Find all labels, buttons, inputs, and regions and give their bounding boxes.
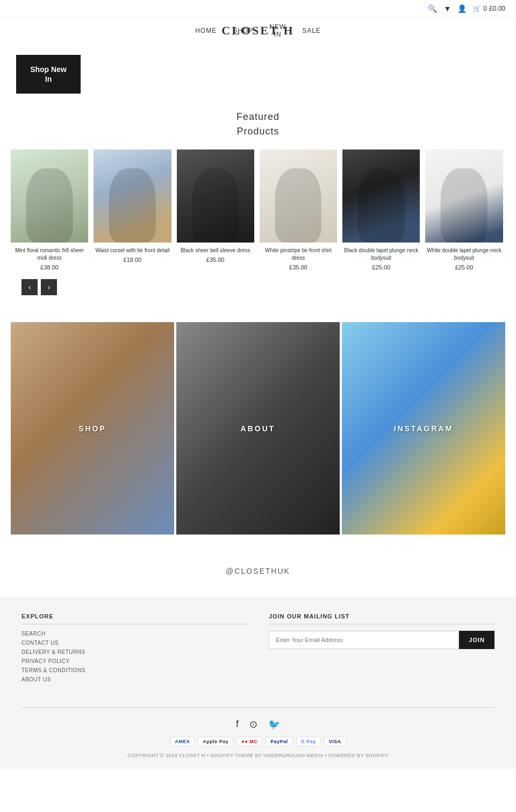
- footer-explore-link[interactable]: TERMS & CONDITIONS: [22, 667, 247, 673]
- panel-about[interactable]: ABOUT: [176, 322, 340, 535]
- product-card[interactable]: White double lapel plunge neck bodysuit£…: [425, 149, 503, 270]
- footer-bottom: f⊙🐦 AMEX Apple Pay ●● MC PayPal G Pay VI…: [22, 718, 494, 758]
- nav-home[interactable]: HOME: [195, 27, 217, 34]
- product-price: £38.00: [11, 264, 88, 270]
- cart-area[interactable]: 🛒 0 £0.00: [473, 5, 505, 12]
- carousel-next-button[interactable]: ›: [41, 279, 57, 295]
- dropdown-icon[interactable]: ▼: [443, 4, 451, 13]
- mailing-join-button[interactable]: JOIN: [459, 631, 494, 649]
- carousel-controls: ‹ ›: [11, 279, 505, 295]
- payment-icons: AMEX Apple Pay ●● MC PayPal G Pay VISA: [22, 737, 494, 746]
- footer-explore-link[interactable]: ABOUT US: [22, 676, 247, 682]
- footer-divider: [22, 707, 494, 708]
- product-price: £35.00: [260, 264, 337, 270]
- instagram-handle[interactable]: @CLOSETHUK: [226, 567, 290, 575]
- top-bar: 🔍 ▼ 👤 🛒 0 £0.00: [0, 0, 516, 18]
- footer-explore-link[interactable]: DELIVERY & RETURNS: [22, 649, 247, 655]
- cart-total: £0.00: [489, 5, 505, 12]
- mailing-title: JOIN OUR MAILING LIST: [269, 613, 494, 624]
- social-icons: f⊙🐦: [22, 718, 494, 730]
- shop-new-button[interactable]: Shop New In: [16, 55, 81, 94]
- twitter-icon[interactable]: 🐦: [268, 718, 280, 730]
- product-card[interactable]: White pinstripe tie front shirt dress£35…: [260, 149, 337, 270]
- featured-section: Featured Products Mint floral romantic f…: [0, 99, 516, 306]
- product-name: Black double lapel plunge neck bodysuit: [342, 247, 420, 262]
- instagram-section: @CLOSETHUK: [0, 551, 516, 586]
- product-name: Waist corset with tie front detail: [94, 247, 171, 254]
- mastercard-badge: ●● MC: [236, 737, 262, 746]
- product-card[interactable]: Black sheer bell sleeve dress£35.00: [177, 149, 254, 270]
- cart-icon: 🛒: [473, 5, 481, 12]
- panel-instagram[interactable]: INSTAGRAM: [342, 322, 505, 535]
- footer-explore-link[interactable]: CONTACT US: [22, 640, 247, 646]
- product-price: £35.00: [177, 257, 254, 263]
- site-logo[interactable]: CLOSET H: [221, 24, 294, 38]
- product-name: White double lapel plunge neck bodysuit: [425, 247, 503, 262]
- footer-explore-links: SEARCHCONTACT USDELIVERY & RETURNSPRIVAC…: [22, 631, 247, 682]
- product-card[interactable]: Black double lapel plunge neck bodysuit£…: [342, 149, 420, 270]
- featured-title: Featured Products: [11, 110, 505, 139]
- footer: EXPLORE SEARCHCONTACT USDELIVERY & RETUR…: [0, 597, 516, 769]
- hero-section: Shop New In: [0, 44, 516, 99]
- panel-shop[interactable]: SHOP: [11, 322, 174, 535]
- main-nav: HOME SHOP NEW IN SALE CLOSET H: [0, 18, 516, 44]
- copyright-text: COPYRIGHT © 2018 CLOSET H • SHOPIFY THEM…: [22, 753, 494, 758]
- product-name: Black sheer bell sleeve dress: [177, 247, 254, 254]
- product-price: £25.00: [425, 264, 503, 270]
- gpay-badge: G Pay: [296, 737, 321, 746]
- panel-about-label: ABOUT: [241, 424, 276, 433]
- visa-badge: VISA: [324, 737, 346, 746]
- search-icon[interactable]: 🔍: [428, 4, 437, 13]
- footer-explore-link[interactable]: PRIVACY POLICY: [22, 658, 247, 664]
- mailing-form: JOIN: [269, 631, 494, 649]
- footer-explore-link[interactable]: SEARCH: [22, 631, 247, 637]
- three-panel-section: SHOP ABOUT INSTAGRAM: [11, 322, 505, 535]
- panel-shop-label: SHOP: [78, 424, 106, 433]
- facebook-icon[interactable]: f: [236, 718, 239, 730]
- products-carousel: Mint floral romantic frill sheer midi dr…: [11, 149, 505, 270]
- amex-badge: AMEX: [170, 737, 195, 746]
- footer-top: EXPLORE SEARCHCONTACT USDELIVERY & RETUR…: [22, 613, 494, 696]
- product-price: £18.00: [94, 257, 171, 263]
- product-card[interactable]: Mint floral romantic frill sheer midi dr…: [11, 149, 88, 270]
- product-name: White pinstripe tie front shirt dress: [260, 247, 337, 262]
- applepay-badge: Apple Pay: [198, 737, 233, 746]
- cart-count: 0: [483, 5, 487, 12]
- panel-instagram-label: INSTAGRAM: [394, 424, 454, 433]
- account-icon[interactable]: 👤: [457, 4, 467, 13]
- paypal-badge: PayPal: [266, 737, 293, 746]
- carousel-prev-button[interactable]: ‹: [22, 279, 38, 295]
- footer-mailing-col: JOIN OUR MAILING LIST JOIN: [269, 613, 494, 686]
- product-card[interactable]: Waist corset with tie front detail£18.00: [94, 149, 171, 270]
- instagram-icon[interactable]: ⊙: [249, 718, 257, 730]
- product-price: £25.00: [342, 264, 420, 270]
- explore-title: EXPLORE: [22, 613, 247, 624]
- footer-explore-col: EXPLORE SEARCHCONTACT USDELIVERY & RETUR…: [22, 613, 247, 686]
- product-name: Mint floral romantic frill sheer midi dr…: [11, 247, 88, 262]
- mailing-email-input[interactable]: [269, 631, 459, 649]
- nav-sale[interactable]: SALE: [302, 27, 321, 34]
